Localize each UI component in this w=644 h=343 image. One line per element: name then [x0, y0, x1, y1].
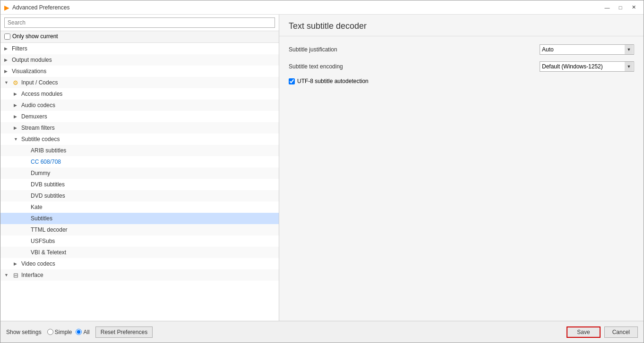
- tree-item-cc608708[interactable]: CC 608/708: [0, 156, 279, 167]
- right-content: Subtitle justification Auto Left Center …: [279, 36, 644, 321]
- title-bar: ▶ Advanced Preferences — □ ✕: [0, 0, 644, 15]
- tree-item-input-codecs[interactable]: ▼ ⚙ Input / Codecs: [0, 77, 279, 88]
- tree-label-subtitles: Subtitles: [31, 215, 52, 222]
- tree-item-stream-filters[interactable]: ▶ Stream filters: [0, 122, 279, 134]
- tree-label-stream-filters: Stream filters: [21, 125, 55, 131]
- bottom-left: Show settings Simple All Reset Preferenc…: [6, 326, 153, 338]
- tree-label-demuxers: Demuxers: [21, 113, 47, 120]
- subtitle-justification-control: Auto Left Center Right ▼: [540, 44, 634, 55]
- tree-label-dvb-subtitles: DVB subtitles: [31, 181, 65, 188]
- chevron-right-icon: ▶: [14, 114, 20, 119]
- tree-item-subtitles[interactable]: Subtitles: [0, 213, 279, 224]
- chevron-down-icon: ▼: [14, 137, 20, 142]
- chevron-right-icon: ▶: [14, 103, 20, 108]
- minimize-button[interactable]: —: [601, 2, 613, 13]
- radio-simple[interactable]: [47, 329, 53, 335]
- tree-label-video-codecs: Video codecs: [21, 260, 55, 267]
- search-bar: [0, 15, 279, 31]
- window-title: Advanced Preferences: [12, 4, 69, 11]
- maximize-button[interactable]: □: [614, 2, 627, 13]
- tree-label-dvd-subtitles: DVD subtitles: [31, 192, 65, 199]
- left-panel: Only show current ▶ Filters ▶ Output mod…: [0, 15, 279, 321]
- tree-container[interactable]: ▶ Filters ▶ Output modules ▶ Visualizati…: [0, 43, 279, 321]
- tree-label-subtitle-codecs: Subtitle codecs: [21, 136, 60, 142]
- tree-label-input-codecs: Input / Codecs: [21, 79, 58, 86]
- chevron-down-icon: ▼: [4, 80, 11, 85]
- tree-item-demuxers[interactable]: ▶ Demuxers: [0, 111, 279, 122]
- title-bar-left: ▶ Advanced Preferences: [4, 4, 69, 11]
- subtitle-encoding-control: Default (Windows-1252) UTF-8 ISO-8859-1 …: [540, 61, 634, 72]
- input-codecs-icon: ⚙: [12, 79, 19, 86]
- tree-label-arib-subtitles: ARIB subtitles: [31, 147, 66, 154]
- subtitle-encoding-row: Subtitle text encoding Default (Windows-…: [289, 61, 634, 72]
- bottom-right: Save Cancel: [567, 326, 638, 338]
- tree-label-filters: Filters: [12, 45, 27, 52]
- tree-item-filters[interactable]: ▶ Filters: [0, 43, 279, 54]
- main-content: Only show current ▶ Filters ▶ Output mod…: [0, 15, 644, 321]
- only-show-checkbox[interactable]: [4, 33, 10, 40]
- tree-label-interface: Interface: [21, 272, 43, 278]
- tree-item-kate[interactable]: Kate: [0, 201, 279, 213]
- interface-icon: ⊟: [12, 271, 19, 279]
- right-panel: Text subtitle decoder Subtitle justifica…: [279, 15, 644, 321]
- tree-label-usfsubs: USFSubs: [31, 238, 55, 244]
- bottom-bar: Show settings Simple All Reset Preferenc…: [0, 321, 644, 343]
- chevron-right-icon: ▶: [14, 92, 20, 96]
- show-settings-label: Show settings: [6, 329, 42, 335]
- chevron-right-icon: ▶: [4, 46, 11, 51]
- tree-label-vbi-teletext: VBI & Teletext: [31, 249, 66, 256]
- tree-label-access-modules: Access modules: [21, 91, 62, 97]
- tree-label-cc608708: CC 608/708: [31, 159, 61, 165]
- tree-item-arib-subtitles[interactable]: ARIB subtitles: [0, 145, 279, 156]
- close-button[interactable]: ✕: [627, 2, 640, 13]
- chevron-right-icon: ▶: [4, 69, 11, 74]
- utf8-autodetection-checkbox[interactable]: [289, 78, 295, 84]
- radio-group: Simple All: [47, 329, 90, 335]
- tree-item-dvb-subtitles[interactable]: DVB subtitles: [0, 179, 279, 190]
- tree-label-visualizations: Visualizations: [12, 68, 46, 75]
- tree-label-ttml-decoder: TTML decoder: [31, 226, 68, 233]
- subtitle-justification-select[interactable]: Auto Left Center Right: [540, 44, 634, 55]
- utf8-autodetection-row: UTF-8 subtitle autodetection: [289, 78, 634, 84]
- tree-label-output-modules: Output modules: [12, 57, 52, 63]
- save-button[interactable]: Save: [567, 326, 600, 338]
- vlc-logo-icon: ▶: [4, 4, 9, 11]
- chevron-down-icon: ▼: [4, 273, 11, 277]
- tree-label-kate: Kate: [31, 204, 43, 210]
- only-show-row: Only show current: [0, 31, 279, 43]
- right-header: Text subtitle decoder: [279, 15, 644, 36]
- subtitle-encoding-label: Subtitle text encoding: [289, 63, 540, 70]
- tree-item-audio-codecs[interactable]: ▶ Audio codecs: [0, 100, 279, 111]
- tree-label-dummy: Dummy: [31, 170, 50, 176]
- main-window: ▶ Advanced Preferences — □ ✕ Only show c…: [0, 0, 644, 343]
- radio-all[interactable]: [76, 329, 82, 335]
- chevron-right-icon: ▶: [14, 261, 20, 266]
- tree-item-output-modules[interactable]: ▶ Output modules: [0, 54, 279, 66]
- tree-item-usfsubs[interactable]: USFSubs: [0, 235, 279, 247]
- title-buttons: — □ ✕: [601, 2, 640, 13]
- reset-preferences-button[interactable]: Reset Preferences: [95, 326, 153, 338]
- tree-item-visualizations[interactable]: ▶ Visualizations: [0, 66, 279, 77]
- utf8-autodetection-label[interactable]: UTF-8 subtitle autodetection: [297, 78, 369, 84]
- radio-all-label[interactable]: All: [76, 329, 89, 335]
- chevron-right-icon: ▶: [4, 58, 11, 62]
- subtitle-justification-label: Subtitle justification: [289, 46, 540, 53]
- tree-item-dummy[interactable]: Dummy: [0, 167, 279, 179]
- tree-item-access-modules[interactable]: ▶ Access modules: [0, 88, 279, 100]
- subtitle-justification-row: Subtitle justification Auto Left Center …: [289, 44, 634, 55]
- tree-item-interface[interactable]: ▼ ⊟ Interface: [0, 269, 279, 281]
- chevron-right-icon: ▶: [14, 125, 20, 130]
- subtitle-encoding-select[interactable]: Default (Windows-1252) UTF-8 ISO-8859-1 …: [540, 61, 634, 72]
- radio-simple-label[interactable]: Simple: [47, 329, 72, 335]
- cancel-button[interactable]: Cancel: [604, 326, 638, 338]
- tree-item-video-codecs[interactable]: ▶ Video codecs: [0, 258, 279, 269]
- tree-item-vbi-teletext[interactable]: VBI & Teletext: [0, 247, 279, 258]
- tree-item-ttml-decoder[interactable]: TTML decoder: [0, 224, 279, 235]
- tree-label-audio-codecs: Audio codecs: [21, 102, 55, 109]
- tree-item-dvd-subtitles[interactable]: DVD subtitles: [0, 190, 279, 201]
- search-input[interactable]: [4, 17, 275, 28]
- panel-title: Text subtitle decoder: [289, 21, 634, 31]
- tree-item-subtitle-codecs[interactable]: ▼ Subtitle codecs: [0, 134, 279, 145]
- only-show-label[interactable]: Only show current: [12, 33, 58, 40]
